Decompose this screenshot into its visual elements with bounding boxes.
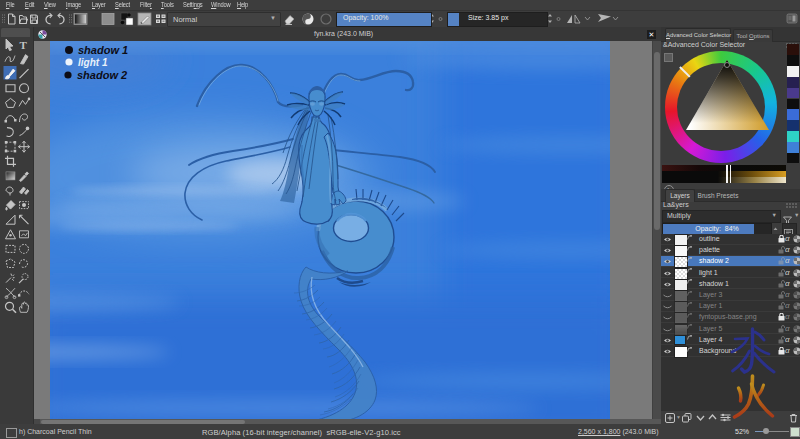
svg-text:shadow 2: shadow 2: [77, 69, 127, 81]
svg-text:light 1: light 1: [78, 57, 108, 68]
svg-text:shadow 1: shadow 1: [78, 44, 128, 56]
svg-text:T: T: [20, 39, 28, 51]
